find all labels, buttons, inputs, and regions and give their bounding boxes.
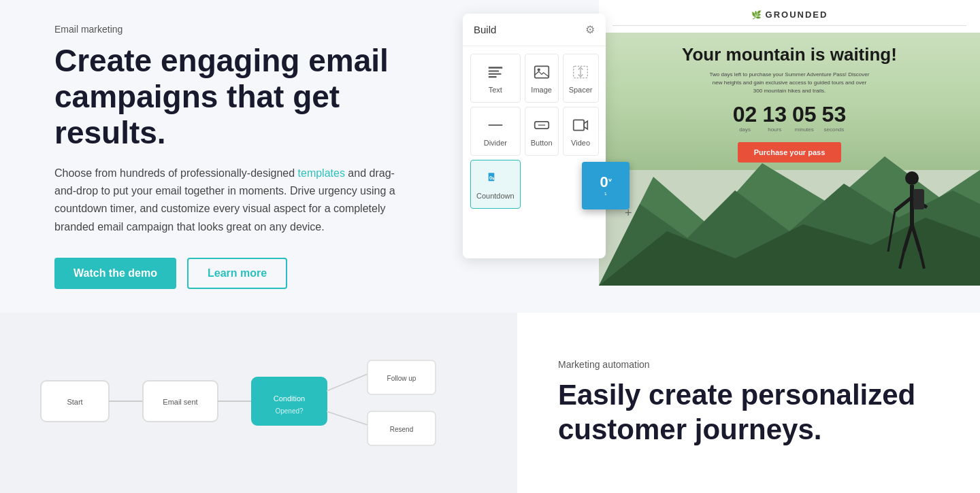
gear-icon[interactable]: ⚙ <box>585 23 595 36</box>
svg-text:Email sent: Email sent <box>163 398 197 406</box>
countdown-badge-text: 0ᵥ <box>600 175 611 190</box>
builder-item-button[interactable]: Button <box>525 107 559 156</box>
countdown-minutes-label: minutes <box>795 126 814 133</box>
svg-rect-4 <box>534 66 549 78</box>
text-icon <box>485 63 506 82</box>
description: Choose from hundreds of professionally-d… <box>54 165 408 237</box>
svg-text:Opened?: Opened? <box>275 407 304 415</box>
countdown-hours-label: hours <box>768 126 781 133</box>
svg-line-26 <box>888 211 895 252</box>
email-preview-inner: 🌿 GROUNDED Your mountain is waiting! Two… <box>599 0 980 286</box>
email-preview: 🌿 GROUNDED Your mountain is waiting! Two… <box>599 0 980 286</box>
countdown-minutes-num: 05 <box>792 103 817 125</box>
svg-rect-2 <box>489 73 502 75</box>
spacer-label: Spacer <box>569 86 593 94</box>
button-label: Button <box>531 139 553 147</box>
builder-panel: Build ⚙ Text <box>463 14 606 258</box>
bottom-heading: Easily create personalized customer jour… <box>558 378 939 447</box>
svg-text:0₁: 0₁ <box>489 175 495 181</box>
builder-item-divider[interactable]: Divider <box>470 107 521 156</box>
spacer-icon <box>570 63 591 82</box>
svg-line-23 <box>900 252 904 269</box>
svg-text:Resend: Resend <box>390 426 413 433</box>
left-content: Email marketing Create engaging email ca… <box>0 0 449 313</box>
svg-point-17 <box>905 171 919 185</box>
builder-item-video[interactable]: Video <box>563 107 599 156</box>
builder-item-text[interactable]: Text <box>470 54 521 103</box>
svg-rect-11 <box>574 120 584 130</box>
email-hero-title: Your mountain is waiting! <box>619 44 960 65</box>
divider-icon <box>485 116 506 135</box>
bottom-left-visual: Start Email sent Condition Opened? Follo… <box>0 313 517 493</box>
bottom-section-label: Marketing automation <box>558 359 939 370</box>
main-heading: Create engaging email campaigns that get… <box>54 43 408 151</box>
countdown-days: 02 days <box>733 103 757 133</box>
countdown-floating-badge: 0ᵥ ₁ <box>582 162 630 209</box>
email-logo-text: GROUNDED <box>766 10 828 20</box>
email-content-overlay: Your mountain is waiting! Two days left … <box>599 37 980 177</box>
svg-text:Follow up: Follow up <box>387 375 416 382</box>
description-before-link: Choose from hundreds of professionally-d… <box>54 167 298 179</box>
right-content: Build ⚙ Text <box>449 0 980 313</box>
image-label: Image <box>531 86 552 94</box>
bottom-right-content: Marketing automation Easily create perso… <box>517 332 980 474</box>
image-icon <box>531 63 553 82</box>
countdown-days-label: days <box>739 126 751 133</box>
svg-line-24 <box>920 252 924 269</box>
watch-demo-button[interactable]: Watch the demo <box>54 258 176 289</box>
countdown-hours: 13 hours <box>762 103 787 133</box>
svg-rect-25 <box>913 189 924 209</box>
text-label: Text <box>489 86 502 94</box>
countdown-label: Countdown <box>476 192 514 200</box>
countdown-badge-sub: ₁ <box>604 190 607 197</box>
plus-icon: + <box>625 206 632 220</box>
cta-buttons: Watch the demo Learn more <box>54 258 408 289</box>
builder-title: Build <box>474 24 496 35</box>
countdown-hours-num: 13 <box>762 103 787 125</box>
svg-rect-3 <box>489 76 497 78</box>
hiker-silhouette <box>878 163 939 272</box>
svg-rect-1 <box>489 70 499 71</box>
templates-link[interactable]: templates <box>298 167 345 179</box>
builder-item-countdown[interactable]: 0₁ Countdown <box>470 160 521 209</box>
svg-line-21 <box>904 224 912 252</box>
top-section: Email marketing Create engaging email ca… <box>0 0 980 313</box>
svg-text:Start: Start <box>67 398 82 406</box>
countdown-days-num: 02 <box>733 103 757 125</box>
svg-text:Condition: Condition <box>274 394 305 403</box>
bottom-section: Start Email sent Condition Opened? Follo… <box>0 313 980 493</box>
video-label: Video <box>571 139 590 147</box>
learn-more-button[interactable]: Learn more <box>187 258 287 289</box>
button-icon <box>531 116 553 135</box>
section-label: Email marketing <box>54 24 408 35</box>
email-top-bar: 🌿 GROUNDED <box>599 0 980 33</box>
svg-line-22 <box>912 224 920 252</box>
countdown-seconds: 53 seconds <box>822 103 847 133</box>
svg-rect-0 <box>489 67 503 69</box>
email-cta-button[interactable]: Purchase your pass <box>738 142 842 163</box>
builder-item-spacer[interactable]: Spacer <box>563 54 599 103</box>
countdown-icon: 0₁ <box>485 169 506 188</box>
countdown-seconds-num: 53 <box>822 103 847 125</box>
countdown-seconds-label: seconds <box>823 126 844 133</box>
email-countdown-row: 02 days 13 hours 05 minutes 53 <box>619 103 960 133</box>
builder-header: Build ⚙ <box>463 14 606 46</box>
countdown-minutes: 05 minutes <box>792 103 817 133</box>
logo-icon: 🌿 <box>751 10 762 20</box>
divider-label: Divider <box>484 139 507 147</box>
email-logo-area: 🌿 GROUNDED <box>612 10 966 26</box>
video-icon <box>570 116 591 135</box>
svg-line-19 <box>895 197 912 211</box>
svg-point-5 <box>537 68 540 71</box>
builder-item-image[interactable]: Image <box>525 54 559 103</box>
email-hero-subtitle: Two days left to purchase your Summer Ad… <box>708 71 871 95</box>
